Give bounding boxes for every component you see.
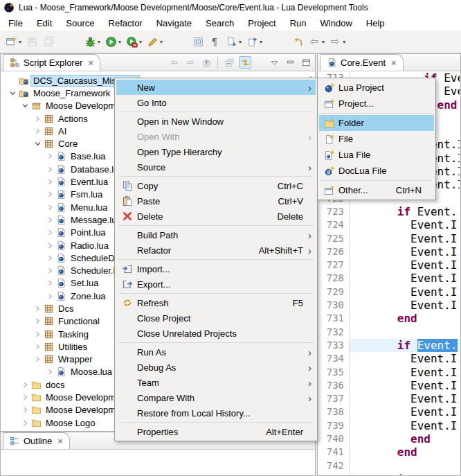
context-menu-item-compare-with[interactable]: Compare With› [116,390,316,405]
menu-help[interactable]: Help [359,17,392,30]
code-line[interactable]: 724 Event.I [318,218,460,231]
chevron-closed-icon[interactable] [32,343,44,351]
code-line-text[interactable]: Event.I [350,379,460,392]
context-menu-item-debug-as[interactable]: Debug As› [116,360,316,375]
menu-run[interactable]: Run [283,17,314,30]
previous-annotation-button[interactable]: ▾ [244,33,264,50]
code-line-text[interactable]: if Event. [350,205,460,218]
code-line[interactable]: 729 Event.I [318,285,460,299]
chevron-closed-icon[interactable] [32,330,44,338]
line-number[interactable]: 734 [318,352,350,365]
show-whitespace-button[interactable]: ¶ [207,33,222,50]
chevron-closed-icon[interactable] [44,216,56,224]
code-line[interactable]: 733 if Event. [318,339,460,352]
new-submenu-item-folder[interactable]: Folder [319,115,434,131]
line-number[interactable]: 728 [318,272,350,285]
code-line-text[interactable]: Event.I [350,352,460,365]
dropdown-arrow-icon[interactable]: ▾ [19,39,21,45]
menu-search[interactable]: Search [199,17,241,30]
chevron-closed-icon[interactable] [32,355,44,363]
dropdown-arrow-icon[interactable]: ▾ [98,39,100,45]
line-number[interactable]: 743 [318,473,350,475]
close-icon[interactable]: × [57,436,63,446]
line-number[interactable]: 727 [318,258,350,272]
last-edit-location-button[interactable] [290,33,305,50]
context-menu-item-export[interactable]: Export... [116,276,316,292]
context-menu-item-run-as[interactable]: Run As› [116,344,316,360]
code-line-text[interactable] [350,459,460,473]
code-line-text[interactable]: end [350,446,460,459]
line-number[interactable]: 724 [318,218,350,231]
context-menu-item-restore-from-local-history[interactable]: Restore from Local History... [116,405,316,421]
tab-script-explorer[interactable]: Script Explorer × [3,54,100,71]
context-menu-item-refactor[interactable]: RefactorAlt+Shift+T› [116,243,316,258]
code-line[interactable]: 738 Event.I [318,405,460,418]
code-line[interactable]: 731 end [318,312,460,325]
context-menu-item-open-type-hierarchy[interactable]: Open Type Hierarchy [116,144,316,159]
code-line-text[interactable]: Event.I [350,285,460,299]
new-submenu-item-doclua-file[interactable]: @DocLua File [319,163,434,179]
line-number[interactable]: 726 [318,245,350,258]
code-line-text[interactable]: Event.I [350,272,460,285]
minimize-button[interactable] [284,56,296,69]
dropdown-arrow-icon[interactable]: ▾ [260,39,262,45]
code-line[interactable]: 734 Event.I [318,352,460,365]
line-number[interactable]: 723 [318,205,350,218]
line-number[interactable]: 725 [318,232,350,245]
menu-source[interactable]: Source [59,17,101,30]
menu-edit[interactable]: Edit [30,17,59,30]
chevron-closed-icon[interactable] [32,127,44,135]
code-line-text[interactable]: Event.I [350,366,460,379]
dropdown-arrow-icon[interactable]: ▾ [343,39,345,45]
code-line-text[interactable]: if Event. [350,339,460,352]
new-submenu-item-project[interactable]: Project... [319,96,434,112]
chevron-closed-icon[interactable] [44,204,56,211]
chevron-closed-icon[interactable] [44,254,56,262]
menu-project[interactable]: Project [241,17,282,30]
code-line-text[interactable]: Event.I [350,232,460,245]
context-menu-item-open-in-new-window[interactable]: Open in New Window [116,114,316,129]
code-line-text[interactable]: end [350,312,460,325]
code-line-text[interactable]: Event.I [350,258,460,272]
up-button[interactable] [200,56,213,69]
line-number[interactable]: 730 [318,299,350,312]
line-number[interactable]: 741 [318,446,350,459]
chevron-closed-icon[interactable] [44,279,56,287]
menu-window[interactable]: Window [314,17,359,30]
chevron-open-icon[interactable] [19,102,31,109]
save-button[interactable] [24,33,39,50]
chevron-open-icon[interactable] [7,89,19,97]
chevron-closed-icon[interactable] [19,394,31,401]
line-number[interactable]: 742 [318,459,350,473]
tab-outline[interactable]: Outline × [3,432,70,449]
code-line[interactable]: 735 Event.I [318,366,460,379]
code-line[interactable]: 725 Event.I [318,232,460,245]
context-menu-item-delete[interactable]: DeleteDelete [116,209,316,224]
code-line[interactable]: 737 Event.I [318,392,460,405]
dropdown-arrow-icon[interactable]: ▾ [160,39,163,45]
code-line[interactable]: 741 end [318,446,460,459]
chevron-closed-icon[interactable] [32,317,44,325]
chevron-closed-icon[interactable] [19,381,31,389]
chevron-closed-icon[interactable] [44,229,56,236]
chevron-closed-icon[interactable] [44,191,56,198]
close-icon[interactable]: × [391,58,397,68]
debug-button[interactable]: ▾ [82,33,102,50]
code-line[interactable]: 740 end [318,432,460,446]
line-number[interactable]: 735 [318,366,350,379]
code-line[interactable]: 723 if Event. [318,205,460,218]
code-line-text[interactable]: end [350,432,460,446]
view-menu-button[interactable] [268,56,280,69]
external-tools-button[interactable]: ▾ [145,33,164,50]
run-error-button[interactable]: ▾ [124,33,143,50]
mark-occurrences-button[interactable] [190,33,206,50]
chevron-closed-icon[interactable] [19,419,31,427]
new-submenu-item-other[interactable]: Other...Ctrl+N [319,182,434,198]
chevron-closed-icon[interactable] [44,166,56,173]
chevron-closed-icon[interactable] [44,292,56,300]
maximize-button[interactable] [300,56,312,69]
code-line[interactable]: 727 Event.I [318,258,460,272]
chevron-open-icon[interactable] [32,140,44,148]
menu-file[interactable]: File [1,17,30,30]
context-menu-item-new[interactable]: New› [116,80,316,95]
